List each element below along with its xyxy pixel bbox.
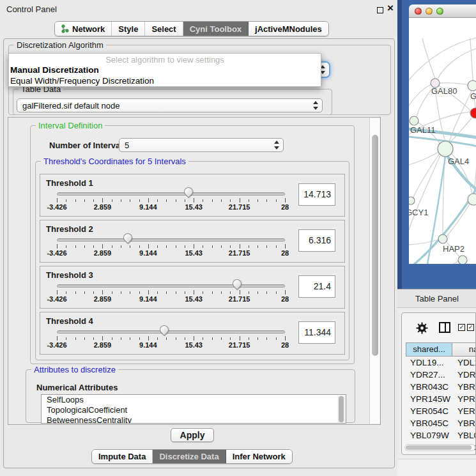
attributes-fieldset-label: Attributes to discretize [31,365,118,374]
table-row[interactable]: YPR145WYPR1 [406,393,476,405]
node-table-panel: ✓ ✓ shared... na YDL19...YDL1YDR27...YDR… [401,312,476,455]
tab-style[interactable]: Style [112,22,145,36]
table-cell: YDR2 [452,369,476,381]
table-row[interactable]: YDL19...YDL1 [406,357,476,369]
tab-select[interactable]: Select [145,22,183,36]
tab-cyni-toolbox[interactable]: Cyni Toolbox [183,22,249,36]
network-edge[interactable] [470,38,473,81]
number-of-intervals-select[interactable]: 5 [119,138,284,152]
slider-thumb[interactable] [182,185,195,198]
network-edge[interactable] [409,37,476,80]
table-row[interactable]: YDR27...YDR2 [406,369,476,381]
table-cell: YIL053C [406,454,452,455]
table-row[interactable]: YBL079WYBL0 [406,429,476,441]
slider-track[interactable] [57,330,285,334]
tab-jactivemnodules[interactable]: jActiveMNodules [249,22,328,36]
settings-vertical-scrollbar[interactable] [369,118,380,424]
zoom-traffic-light-icon[interactable] [436,8,443,15]
threshold-4-block: Threshold 4 -3.4262.8599.14415.4321.7152… [40,312,345,355]
slider-track[interactable] [57,284,285,288]
network-node-gal11[interactable] [410,116,418,125]
tab-network[interactable]: Network [55,22,112,36]
network-node[interactable] [458,256,467,264]
table-row[interactable]: YBR043CYBR0 [406,381,476,393]
slider-track[interactable] [57,192,285,196]
network-edge[interactable] [447,204,470,236]
popup-placeholder-item: Select algorithm to view settings [9,54,321,65]
network-node-label: GCY1 [409,208,428,217]
network-edge[interactable] [413,153,440,197]
network-node-label: GAL11 [410,125,436,135]
threshold-value-box[interactable]: 21.4 [298,275,335,298]
apply-button[interactable]: Apply [171,428,214,442]
network-node-c[interactable] [470,108,476,118]
table-row[interactable]: YER054CYER0 [406,405,476,417]
checkbox-icon[interactable]: ✓ [467,324,474,331]
table-cell: YBR0 [452,381,476,393]
popup-option-equal-width-frequency[interactable]: Equal Width/Frequency Discretization [9,75,321,86]
scrollbar-thumb[interactable] [372,135,378,356]
column-header-shared-name[interactable]: shared... [406,342,452,357]
threshold-value-box[interactable]: 14.713 [298,183,335,206]
scrollbar-thumb[interactable] [339,396,344,422]
popup-option-manual-discretization[interactable]: Manual Discretization [9,65,321,75]
table-row[interactable]: YBR045CYBR0 [406,417,476,429]
table-horizontal-scrollbar[interactable] [404,444,475,451]
stepper-icon [273,141,279,150]
stepper-icon [312,101,318,110]
attribute-list-item[interactable]: BetweennessCentrality [42,415,346,424]
attributes-scrollbar[interactable] [337,395,345,423]
float-window-icon[interactable] [377,7,383,13]
threshold-value-box[interactable]: 11.344 [298,321,335,344]
network-node-gcy1[interactable] [409,197,415,204]
table-data-select[interactable]: galFiltered.sif default node [17,98,323,112]
table-cell: YDR27... [406,369,452,381]
network-node-gal4[interactable] [438,141,453,157]
gear-icon[interactable] [416,322,428,334]
network-edge[interactable] [409,152,438,165]
panel-title: Control Panel [6,4,57,14]
network-view-canvas[interactable]: GAL80GACGAL11GAL4GCY1HHAP2 [409,18,476,264]
tab-infer-network[interactable]: Infer Network [226,450,292,463]
node-table: shared... na YDL19...YDL1YDR27...YDR2YBR… [406,342,476,455]
numerical-attributes-label: Numerical Attributes [36,383,118,392]
slider-thumb[interactable] [121,231,134,244]
column-header-name[interactable]: na [452,342,476,357]
network-node-ga[interactable] [468,81,476,91]
network-edge[interactable] [409,84,432,105]
scrollbar-thumb[interactable] [406,445,472,450]
slider-thumb[interactable] [158,323,171,336]
table-panel-title: Table Panel [415,294,459,303]
attribute-list-item[interactable]: TopologicalCoefficient [42,405,346,415]
network-edge[interactable] [422,38,435,79]
table-cell: YDL19... [406,357,452,369]
tab-impute-data[interactable]: Impute Data [92,450,153,463]
close-traffic-light-icon[interactable] [415,8,422,15]
column-visibility-icon[interactable] [439,322,450,333]
right-column: GAL80GACGAL11GAL4GCY1HHAP2 Table Panel [397,0,476,476]
thresholds-fieldset-label: Threshold's Coordinates for 5 Intervals [41,157,188,166]
numerical-attributes-list[interactable]: SelfLoopsTopologicalCoefficientBetweenne… [41,394,346,424]
control-panel-tabs: Network Style Select Cyni Toolbox jActiv… [54,21,329,36]
slider-track[interactable] [57,238,285,242]
network-node-h[interactable] [468,194,476,205]
threshold-1-block: Threshold 1 -3.4262.8599.14415.4321.7152… [40,174,345,217]
node-table-body: YDL19...YDL1YDR27...YDR2YBR043CYBR0YPR14… [406,357,476,455]
tab-discretize-data[interactable]: Discretize Data [153,450,226,463]
network-edge[interactable] [438,47,476,79]
slider-ticks [57,336,285,341]
slider-thumb[interactable] [231,277,243,290]
network-icon [61,24,69,33]
network-edge[interactable] [440,83,468,85]
network-window-titlebar[interactable] [409,4,476,18]
attribute-list-item[interactable]: SelfLoops [42,395,346,405]
table-toolbar: ✓ ✓ [402,313,475,342]
control-panel: Control Panel × Network Style Select Cyn… [0,0,397,476]
checkbox-icon[interactable]: ✓ [458,324,465,331]
close-icon[interactable]: × [387,2,394,15]
minimize-traffic-light-icon[interactable] [426,8,433,15]
threshold-value-box[interactable]: 6.316 [298,229,335,252]
table-row[interactable]: YIL053CYIL0 [406,454,476,455]
network-node-hap2[interactable] [438,234,447,243]
bottom-strip [397,459,476,476]
